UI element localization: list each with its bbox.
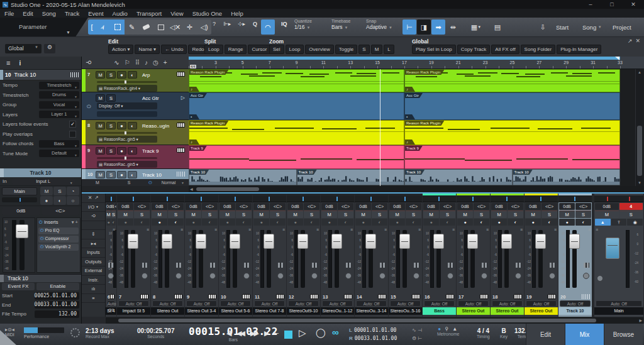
layout-icon[interactable]: ≡ bbox=[214, 227, 217, 232]
track-volume-line[interactable] bbox=[97, 81, 157, 83]
monitor-button[interactable]: ◐ bbox=[111, 219, 116, 226]
volume-value[interactable]: 0dB bbox=[321, 203, 337, 210]
monitor-button[interactable]: ◐ bbox=[406, 219, 421, 226]
monitor-button[interactable]: ◐ bbox=[128, 122, 137, 129]
power-icon[interactable]: ⏻ bbox=[87, 104, 91, 110]
toolbar2-button[interactable]: L bbox=[384, 45, 394, 54]
project-button[interactable]: Project bbox=[608, 19, 636, 35]
toolbar2-button[interactable]: ← Undo bbox=[161, 45, 187, 54]
record-arm-button[interactable]: ● bbox=[321, 219, 337, 226]
solo-button[interactable]: S bbox=[270, 211, 286, 218]
pan-value[interactable]: <C> bbox=[168, 203, 184, 210]
solo-button[interactable]: S bbox=[53, 187, 66, 195]
pan-display[interactable] bbox=[423, 195, 456, 202]
mute-button[interactable]: M bbox=[219, 211, 235, 218]
film-icon[interactable]: ▤ bbox=[491, 19, 504, 35]
automation-mode[interactable]: Auto: Off bbox=[492, 300, 523, 307]
sidebar-item-inputs[interactable]: Inputs bbox=[82, 248, 105, 258]
monitor-button[interactable]: ◐ bbox=[236, 219, 252, 226]
mute-button[interactable]: M bbox=[118, 211, 133, 218]
popout-icon[interactable]: ↗ bbox=[95, 195, 99, 200]
toolbar2-button[interactable]: All FX off bbox=[491, 45, 519, 54]
solo-button[interactable]: S bbox=[106, 147, 116, 155]
pan-knob[interactable] bbox=[243, 273, 250, 279]
pan-display[interactable] bbox=[355, 195, 388, 202]
clip-reason-rack-plugin[interactable]: Reason Rack Plugin♪ bbox=[189, 69, 404, 92]
loop-icon[interactable]: ∞ bbox=[332, 327, 339, 337]
record-arm-button[interactable]: ● bbox=[525, 219, 541, 226]
scroll-up-icon[interactable]: ▲ bbox=[638, 70, 641, 74]
marker-icon[interactable]: ◨ bbox=[417, 19, 431, 35]
hamburger-icon[interactable]: ≡ bbox=[6, 59, 10, 67]
monitor-button[interactable]: ◐ bbox=[128, 171, 137, 178]
monitor-button[interactable]: ◐ bbox=[270, 219, 286, 226]
note-icon[interactable]: ♪ bbox=[145, 59, 148, 66]
menu-item-file[interactable]: File bbox=[0, 10, 18, 17]
pan-knob[interactable] bbox=[142, 273, 148, 279]
record-arm-button[interactable]: ● bbox=[117, 171, 126, 178]
fader-handle[interactable] bbox=[399, 234, 410, 249]
toolbar2-button[interactable]: Overview bbox=[305, 45, 333, 54]
clip-reason-rack-plugin[interactable]: Reason Rack Plugin♪ bbox=[404, 120, 620, 145]
eraser-tool-icon[interactable] bbox=[139, 19, 153, 35]
toolbar2-button[interactable]: Song Folder bbox=[521, 45, 556, 54]
track-header-arp[interactable]: 7MS●◐Arp▤ ReasonRack..gin4 ▾ bbox=[82, 69, 189, 92]
add-track-icon[interactable]: + bbox=[164, 59, 167, 66]
track-volume-line[interactable] bbox=[97, 157, 157, 159]
clip-reason-rack-plugin[interactable]: Reason Rack Plugin♪ bbox=[189, 120, 404, 145]
pan-display[interactable] bbox=[106, 195, 116, 202]
param-checkbox[interactable]: ✓ bbox=[69, 121, 76, 128]
tuner-icon[interactable]: ⫯ bbox=[611, 219, 627, 226]
mute-button[interactable]: M bbox=[287, 211, 303, 218]
mute-button[interactable]: M bbox=[96, 147, 105, 155]
record-arm-button[interactable]: ● bbox=[389, 219, 405, 226]
fader-handle[interactable] bbox=[297, 234, 308, 249]
pan-display[interactable] bbox=[525, 195, 558, 202]
clip-track-10[interactable]: Track 10 bbox=[513, 169, 621, 185]
record-arm-button[interactable]: ● bbox=[423, 219, 439, 226]
automation-mode[interactable]: Auto: Off bbox=[560, 300, 591, 307]
solo-button[interactable]: S bbox=[619, 211, 643, 218]
view-button-mix[interactable]: Mix bbox=[565, 324, 604, 345]
clip-track-10[interactable]: Track 10 bbox=[297, 169, 405, 185]
io-dropdown[interactable]: I/O ▼ bbox=[82, 203, 105, 212]
volume-value[interactable]: 0dB bbox=[595, 203, 619, 210]
layout-icon[interactable]: ≡ bbox=[248, 227, 251, 232]
menu-item-song[interactable]: Song bbox=[38, 10, 60, 17]
clip-acc-gtr[interactable]: Acc Gtr▪ bbox=[404, 92, 620, 120]
solo-button[interactable]: S bbox=[575, 211, 591, 218]
monitor-button[interactable]: ◐ bbox=[474, 219, 489, 226]
channel-name[interactable]: Stereo Out bbox=[151, 307, 184, 315]
levels-icon[interactable]: ılı bbox=[82, 285, 105, 294]
param-dropdown[interactable]: Timestretch▼ bbox=[39, 82, 79, 89]
global-selector[interactable]: Global▼ bbox=[5, 44, 42, 53]
solo-button[interactable]: S bbox=[474, 211, 489, 218]
channel-name[interactable]: Main bbox=[594, 307, 643, 315]
clip-count-badge[interactable]: 4 bbox=[619, 203, 643, 210]
solo-button[interactable]: S bbox=[106, 94, 116, 102]
pan-display[interactable] bbox=[558, 195, 592, 202]
mute-button[interactable]: M bbox=[595, 211, 619, 218]
display-dropdown[interactable]: Display: Off ▾ bbox=[97, 102, 157, 109]
pan-value[interactable]: <C> bbox=[304, 203, 319, 210]
pan-display[interactable] bbox=[253, 195, 286, 202]
automation-mode[interactable]: Auto: Off bbox=[118, 300, 149, 307]
solo-button[interactable]: S bbox=[106, 171, 116, 178]
channel-name[interactable]: Stereo Out bbox=[491, 307, 524, 315]
volume-value[interactable]: 0dB bbox=[559, 203, 575, 210]
forward-button[interactable]: ▶▶ bbox=[250, 329, 257, 337]
automation-mode[interactable]: Auto: Off bbox=[107, 300, 115, 307]
performance-meter[interactable] bbox=[24, 327, 64, 333]
pan-value[interactable]: <C> bbox=[270, 203, 286, 210]
fader-handle[interactable] bbox=[535, 234, 546, 249]
mute-button[interactable]: M bbox=[96, 171, 105, 178]
layout-icon[interactable]: ≡ bbox=[113, 227, 115, 232]
timing-display[interactable]: 4 / 4 Timing bbox=[477, 327, 490, 339]
channel-strip-16[interactable]: 0dB<C>MS●◐1060-6-12-24-36-48≡16Auto: Off… bbox=[423, 194, 456, 317]
track-header-acc-gtr[interactable]: MSAcc Gtr▷⏻Display: Off ▾ bbox=[82, 92, 189, 120]
add-insert-icon[interactable]: ▾ + bbox=[72, 219, 78, 225]
fader-handle[interactable] bbox=[16, 224, 28, 238]
clip-track-10[interactable]: Track 10 bbox=[404, 169, 513, 185]
automation-mode[interactable]: Auto: Off bbox=[152, 300, 183, 307]
layout-icon[interactable]: ≡ bbox=[588, 227, 591, 232]
